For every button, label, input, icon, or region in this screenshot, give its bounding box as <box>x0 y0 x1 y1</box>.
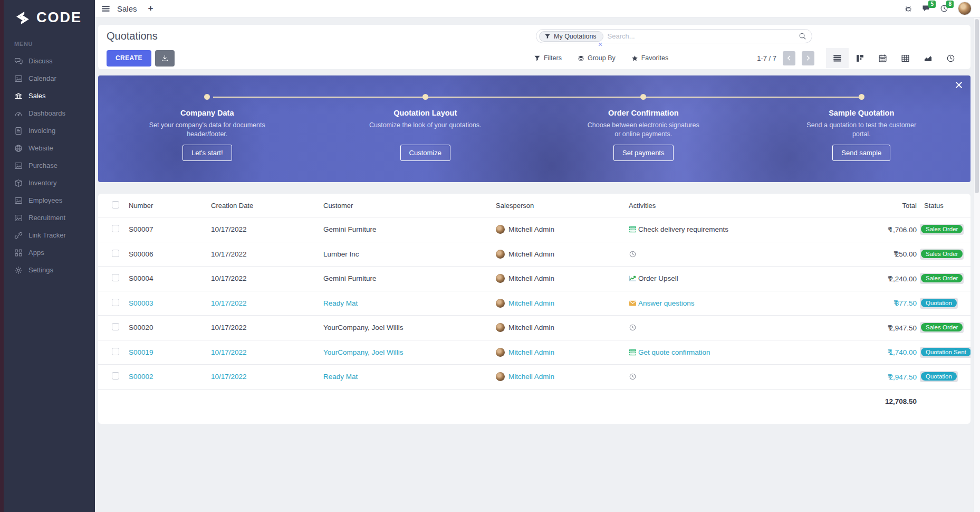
step-action-button[interactable]: Customize <box>400 145 450 161</box>
discuss-icon <box>14 57 23 65</box>
sidebar-item-sales[interactable]: Sales <box>4 87 95 105</box>
row-number: S00004 <box>129 274 211 282</box>
kanban-view-button[interactable] <box>849 48 871 68</box>
activity-chart-icon[interactable] <box>629 274 637 282</box>
column-header-creation-date[interactable]: Creation Date <box>211 202 323 210</box>
column-header-customer[interactable]: Customer <box>323 202 496 210</box>
debug-bug-icon[interactable] <box>904 4 912 13</box>
row-activity[interactable] <box>629 373 788 381</box>
column-header-status[interactable]: Status <box>920 202 971 210</box>
sidebar-item-label: Website <box>28 144 53 152</box>
active-app-title[interactable]: Sales <box>117 4 137 13</box>
search-input[interactable] <box>603 32 799 40</box>
row-customer: YourCompany, Joel Willis <box>323 348 496 356</box>
row-checkbox[interactable] <box>112 225 119 232</box>
sidebar-item-employees[interactable]: Employees <box>4 192 95 209</box>
activities-clock-icon[interactable]: 8 <box>940 4 948 13</box>
export-button[interactable] <box>155 50 175 67</box>
filters-button[interactable]: Filters <box>534 54 562 62</box>
row-total: ₹2,947.50 <box>788 324 920 332</box>
row-checkbox-cell <box>98 274 129 283</box>
row-checkbox-cell <box>98 348 129 357</box>
row-activity[interactable]: Answer questions <box>629 299 788 307</box>
sidebar-item-purchase[interactable]: Purchase <box>4 157 95 174</box>
search-icon[interactable] <box>799 32 806 40</box>
user-avatar[interactable] <box>958 2 972 15</box>
group-by-button[interactable]: Group By <box>578 54 616 62</box>
sidebar-item-settings[interactable]: Settings <box>4 261 95 279</box>
row-customer: Gemini Furniture <box>323 274 496 282</box>
sidebar-item-recruitment[interactable]: Recruitment <box>4 209 95 226</box>
row-creation-date: 10/17/2022 <box>211 324 323 331</box>
banner-close-icon[interactable] <box>955 81 963 89</box>
brand-logo[interactable]: CODE <box>4 0 95 28</box>
sidebar-item-inventory[interactable]: Inventory <box>4 174 95 192</box>
main-area: Sales + 5 8 Quotations <box>95 0 980 512</box>
row-checkbox[interactable] <box>112 274 119 281</box>
select-all-checkbox[interactable] <box>112 201 119 208</box>
salesperson-avatar <box>496 250 505 259</box>
sidebar-item-apps[interactable]: Apps <box>4 244 95 261</box>
calendar-view-button[interactable] <box>871 48 894 68</box>
sidebar-item-discuss[interactable]: Discuss <box>4 52 95 70</box>
row-checkbox[interactable] <box>112 372 119 380</box>
step-action-button[interactable]: Send sample <box>832 145 890 161</box>
sidebar-item-label: Employees <box>28 196 62 204</box>
activity-clock-icon[interactable] <box>629 373 637 381</box>
row-checkbox[interactable] <box>112 348 119 355</box>
step-action-button[interactable]: Set payments <box>613 145 674 161</box>
row-total: ₹877.50 <box>788 299 920 307</box>
table-row[interactable]: S0001910/17/2022YourCompany, Joel Willis… <box>98 340 971 365</box>
step-action-button[interactable]: Let's start! <box>182 145 232 161</box>
activity-clock-icon[interactable] <box>629 250 637 258</box>
row-activity[interactable]: Check delivery requirements <box>629 225 788 233</box>
row-activity[interactable]: Order Upsell <box>629 274 788 282</box>
scrollbar[interactable] <box>974 18 980 512</box>
create-button[interactable]: CREATE <box>107 50 151 67</box>
pager-next-button[interactable] <box>802 51 814 65</box>
activity-envelope-icon[interactable] <box>629 299 637 307</box>
table-row[interactable]: S0000710/17/2022Gemini FurnitureMitchell… <box>98 217 971 242</box>
scrollbar-thumb[interactable] <box>975 19 979 193</box>
activity-tasks-icon[interactable] <box>629 348 637 356</box>
search-facet[interactable]: My Quotations ✕ <box>539 31 603 42</box>
row-activity[interactable] <box>629 250 788 258</box>
table-row[interactable]: S0000410/17/2022Gemini FurnitureMitchell… <box>98 266 971 291</box>
column-header-total[interactable]: Total <box>788 202 920 210</box>
table-row[interactable]: S0000310/17/2022Ready MatMitchell AdminA… <box>98 291 971 316</box>
pivot-view-button[interactable] <box>894 48 917 68</box>
sidebar-item-invoicing[interactable]: Invoicing <box>4 122 95 139</box>
sidebar-item-website[interactable]: Website <box>4 139 95 157</box>
download-icon <box>161 54 169 62</box>
row-checkbox[interactable] <box>112 323 119 330</box>
settings-icon <box>14 266 23 274</box>
hamburger-menu-icon[interactable] <box>101 4 110 13</box>
graph-view-button[interactable] <box>917 48 939 68</box>
activity-tasks-icon[interactable] <box>629 225 637 233</box>
search-box[interactable]: My Quotations ✕ <box>536 29 812 43</box>
column-header-activities[interactable]: Activities <box>629 202 788 210</box>
list-view-button[interactable] <box>826 48 849 68</box>
table-row[interactable]: S0002010/17/2022YourCompany, Joel Willis… <box>98 315 971 340</box>
row-checkbox[interactable] <box>112 250 119 257</box>
table-row[interactable]: S0000210/17/2022Ready MatMitchell Admin₹… <box>98 364 971 389</box>
sidebar-item-calendar[interactable]: Calendar <box>4 70 95 87</box>
activity-label: Answer questions <box>638 299 695 307</box>
messages-icon[interactable]: 5 <box>922 4 930 13</box>
pager-previous-button[interactable] <box>783 51 795 65</box>
table-row[interactable]: S0000610/17/2022Lumber IncMitchell Admin… <box>98 242 971 267</box>
new-tab-button[interactable]: + <box>148 3 153 14</box>
row-activity[interactable]: Get quote confirmation <box>629 348 788 356</box>
sidebar-item-dashboards[interactable]: Dashboards <box>4 105 95 122</box>
facet-remove-icon[interactable]: ✕ <box>598 41 602 48</box>
favorites-button[interactable]: Favorites <box>631 54 668 62</box>
column-header-number[interactable]: Number <box>129 202 211 210</box>
column-header-salesperson[interactable]: Salesperson <box>496 202 629 210</box>
row-activity[interactable] <box>629 324 788 331</box>
sidebar-item-link-tracker[interactable]: Link Tracker <box>4 226 95 244</box>
activity-clock-icon[interactable] <box>629 324 637 331</box>
activity-view-button[interactable] <box>939 48 962 68</box>
onboarding-step: Order ConfirmationChoose between electro… <box>534 75 753 182</box>
row-number: S00006 <box>129 250 211 258</box>
row-checkbox[interactable] <box>112 299 119 306</box>
